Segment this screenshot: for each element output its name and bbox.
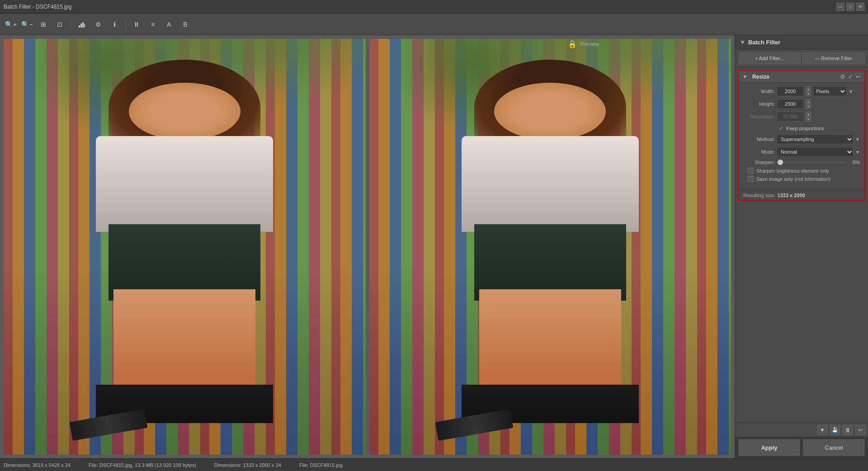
resulting-value: 1333 x 2000 <box>778 193 805 198</box>
height-label: Height: <box>743 101 775 107</box>
sharpen-brightness-row: Sharpen brightness element only <box>743 168 860 174</box>
width-down-button[interactable]: ▼ <box>806 91 811 96</box>
person-shirt-right <box>462 136 639 232</box>
person-shirt-left <box>96 136 273 232</box>
zoom-out-button[interactable]: 🔍− <box>20 17 34 32</box>
method-row: Method: Supersampling Bilinear Bicubic L… <box>743 134 860 144</box>
resize-header-icons: ⚙ ✓ ↩ <box>840 73 861 80</box>
unit-dropdown-arrow-icon: ▼ <box>849 89 853 94</box>
resolution-up-button[interactable]: ▲ <box>806 112 811 117</box>
resize-check-icon[interactable]: ✓ <box>848 73 853 80</box>
list-button[interactable]: ≡ <box>146 17 160 32</box>
resize-content: Width: ▲ ▼ Pixels Percent Inches Centime… <box>739 83 864 188</box>
resize-reset-icon[interactable]: ↩ <box>856 73 861 80</box>
preview-label: Preview <box>580 41 599 47</box>
fit-window-button[interactable]: ⊞ <box>36 17 51 32</box>
preview-area: 🔒 Preview <box>0 35 735 458</box>
close-button[interactable]: ✕ <box>856 3 864 11</box>
resize-panel: ▼ Resize ⚙ ✓ ↩ Width: ▲ ▼ <box>738 70 865 201</box>
mode-dropdown-arrow-icon: ▼ <box>855 150 860 155</box>
status-bar: Dimensions: 3619 x 5428 x 24 File: DSCF4… <box>0 458 868 471</box>
title-bar-title: Batch Filter - DSCF4815.jpg <box>4 4 71 10</box>
resolution-row: Resolution: ▲ ▼ <box>743 112 860 122</box>
scroll-controls: ▼ 💾 🗑 ↩ <box>735 423 868 437</box>
cancel-button[interactable]: Cancel <box>803 439 864 456</box>
width-label: Width: <box>743 89 775 94</box>
fit-all-button[interactable]: ⊡ <box>52 17 67 32</box>
keep-proportions-label: Keep proportions <box>786 126 824 131</box>
processed-photo <box>369 39 731 455</box>
save-image-label: Save image only (not information) <box>756 176 830 182</box>
resize-gear-icon[interactable]: ⚙ <box>840 73 845 80</box>
svg-rect-2 <box>82 22 84 28</box>
status-file-right: File: DSCF4815.jpg <box>299 462 343 468</box>
info-button[interactable]: ℹ <box>107 17 122 32</box>
keep-proportions-row: ✓ Keep proportions <box>743 124 860 134</box>
remove-filter-button[interactable]: — Remove Filter <box>802 52 864 64</box>
sharpen-slider[interactable] <box>778 161 846 163</box>
batch-filter-title: Batch Filter <box>748 39 781 46</box>
resolution-label: Resolution: <box>743 114 775 119</box>
label-a-button[interactable]: A <box>162 17 176 32</box>
minimize-button[interactable]: — <box>836 3 844 11</box>
zoom-in-button[interactable]: 🔍+ <box>4 17 18 32</box>
resolution-spinner: ▲ ▼ <box>806 112 811 122</box>
main-area: 🔒 Preview <box>0 35 868 458</box>
collapse-arrow-icon: ▼ <box>740 39 745 46</box>
width-input[interactable] <box>777 86 804 96</box>
height-row: Height: ▲ ▼ <box>743 99 860 109</box>
width-up-button[interactable]: ▲ <box>806 86 811 91</box>
undo-icon-button[interactable]: ↩ <box>855 425 865 435</box>
resize-title: Resize <box>752 74 838 80</box>
height-up-button[interactable]: ▲ <box>806 99 811 104</box>
resize-collapse-icon: ▼ <box>742 74 748 80</box>
resulting-size-row: Resulting size: 1333 x 2000 <box>739 189 864 200</box>
title-bar-controls: — □ ✕ <box>836 3 864 11</box>
mode-label: Mode: <box>743 149 775 155</box>
title-bar: Batch Filter - DSCF4815.jpg — □ ✕ <box>0 0 868 14</box>
height-input[interactable] <box>777 99 804 109</box>
add-filter-button[interactable]: + Add Filter... <box>739 52 801 64</box>
settings-button[interactable]: ⚙ <box>91 17 105 32</box>
person-face-right <box>494 83 606 140</box>
unit-select[interactable]: Pixels Percent Inches Centimeters <box>813 86 847 96</box>
status-dimensions-right: Dimensions: 1333 x 2000 x 24 <box>214 462 281 468</box>
person-right <box>424 60 677 442</box>
label-b-button[interactable]: B <box>178 17 193 32</box>
save-icon-button[interactable]: 💾 <box>830 425 840 435</box>
save-image-checkbox[interactable] <box>748 176 754 182</box>
width-spinner: ▲ ▼ <box>806 86 811 96</box>
person-legs-left <box>113 289 255 396</box>
person-face-left <box>129 83 241 140</box>
sharpen-brightness-checkbox[interactable] <box>748 168 754 174</box>
method-label: Method: <box>743 137 775 142</box>
height-down-button[interactable]: ▼ <box>806 104 811 109</box>
apply-cancel-row: Apply Cancel <box>735 437 868 458</box>
toolbar-separator-2 <box>125 19 126 30</box>
pause-button[interactable]: ⏸ <box>129 17 144 32</box>
right-panel: ▼ Batch Filter + Add Filter... — Remove … <box>735 35 868 458</box>
sharpen-row: Sharpen: 0% <box>743 160 860 165</box>
trash-icon-button[interactable]: 🗑 <box>843 425 853 435</box>
resolution-input[interactable] <box>777 112 804 122</box>
resolution-down-button[interactable]: ▼ <box>806 117 811 122</box>
maximize-button[interactable]: □ <box>846 3 854 11</box>
apply-button[interactable]: Apply <box>739 439 800 456</box>
resulting-label: Resulting size: <box>743 193 776 198</box>
method-dropdown-arrow-icon: ▼ <box>855 137 860 142</box>
scroll-down-button[interactable]: ▼ <box>817 425 827 435</box>
keep-proportions-checkmark-icon: ✓ <box>779 125 783 132</box>
person-legs-right <box>479 289 621 396</box>
mode-select[interactable]: Normal Fit Crop Stretch <box>777 147 854 157</box>
original-image-panel <box>4 39 366 455</box>
sharpen-brightness-label: Sharpen brightness element only <box>756 168 829 174</box>
lock-icon: 🔒 <box>568 40 577 48</box>
right-panel-bottom: ▼ 💾 🗑 ↩ Apply Cancel <box>735 423 868 458</box>
save-image-row: Save image only (not information) <box>743 176 860 182</box>
toolbar: 🔍+ 🔍− ⊞ ⊡ ⚙ ℹ ⏸ ≡ A B <box>0 14 868 35</box>
histogram-button[interactable] <box>75 17 89 32</box>
sharpen-value: 0% <box>849 160 860 165</box>
svg-rect-1 <box>80 24 82 28</box>
processed-image-panel <box>369 39 731 455</box>
method-select[interactable]: Supersampling Bilinear Bicubic Lanczos <box>777 134 854 144</box>
